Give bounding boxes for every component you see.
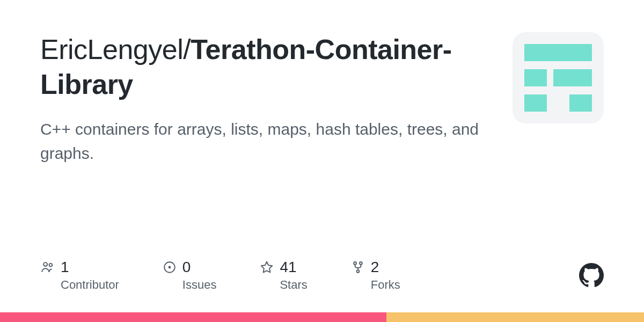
- people-icon: [40, 260, 55, 275]
- stat-stars[interactable]: 41 Stars: [259, 259, 307, 292]
- svg-point-0: [43, 262, 47, 266]
- svg-point-5: [360, 262, 362, 265]
- svg-point-4: [354, 262, 356, 265]
- svg-point-3: [168, 266, 171, 269]
- stat-contributors[interactable]: 1 Contributor: [40, 259, 119, 292]
- svg-point-1: [49, 264, 53, 267]
- svg-point-6: [356, 270, 359, 273]
- stats-row: 1 Contributor 0 Issues 41 Stars: [40, 259, 604, 292]
- language-bar: [0, 312, 644, 322]
- repo-description: C++ containers for arrays, lists, maps, …: [40, 117, 480, 165]
- issue-icon: [162, 260, 177, 275]
- stat-issues[interactable]: 0 Issues: [162, 259, 217, 292]
- issues-label: Issues: [182, 278, 217, 292]
- stars-count: 41: [280, 259, 296, 276]
- star-icon: [259, 260, 274, 275]
- stat-forks[interactable]: 2 Forks: [350, 259, 400, 292]
- forks-count: 2: [371, 259, 379, 276]
- forks-label: Forks: [371, 278, 400, 292]
- repo-title[interactable]: EricLengyel/Terathon-Container-Library: [40, 32, 491, 102]
- repo-name-bold: Terathon: [191, 34, 306, 65]
- github-icon[interactable]: [579, 263, 604, 288]
- owner-separator: /: [183, 34, 191, 65]
- stars-label: Stars: [280, 278, 307, 292]
- contributors-count: 1: [61, 259, 69, 276]
- repo-icon: [513, 32, 604, 123]
- fork-icon: [350, 260, 365, 275]
- repo-owner: EricLengyel: [40, 34, 183, 65]
- issues-count: 0: [182, 259, 191, 276]
- contributors-label: Contributor: [61, 278, 119, 292]
